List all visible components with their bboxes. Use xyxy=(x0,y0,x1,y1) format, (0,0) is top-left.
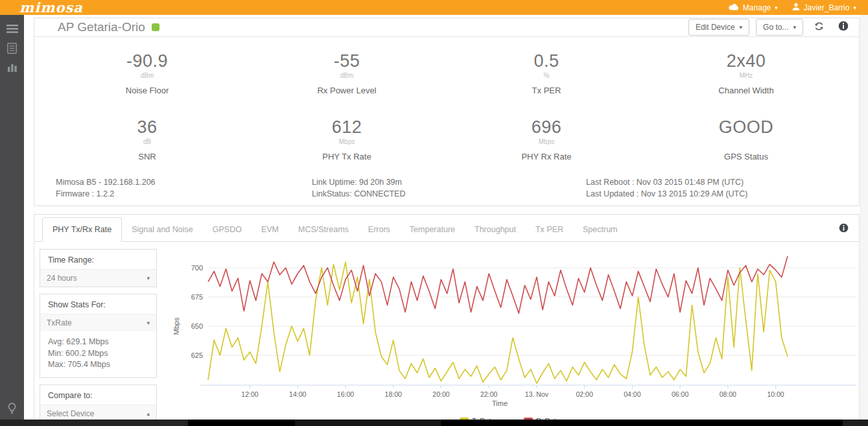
stats-grid: -90.9 dBm Noise Floor -55 dBm Rx Power L… xyxy=(34,37,859,161)
link-uptime: Link Uptime: 9d 20h 39m xyxy=(312,176,586,189)
y-tick-label: 700 xyxy=(191,264,203,272)
y-axis-title: Mbps xyxy=(172,317,180,335)
chart-controls: Time Range: 24 hours ▾ Show Stats For: T… xyxy=(40,249,157,426)
tab-temperature[interactable]: Temperature xyxy=(400,218,465,241)
x-axis-title: Time xyxy=(492,399,508,407)
series-statistics: Avg: 629.1 Mbps Min: 600.2 Mbps Max: 705… xyxy=(40,331,156,377)
chevron-down-icon: ▾ xyxy=(147,275,150,281)
stat-snr: 36 dB SNR xyxy=(47,117,247,161)
manage-dropdown[interactable]: Manage ▾ xyxy=(729,3,778,12)
x-tick-label: 12:00 xyxy=(241,390,258,398)
stat-phy-tx-rate: 612 Mbps PHY Tx Rate xyxy=(247,117,447,161)
user-name: Javier_Barrio xyxy=(804,3,850,12)
user-dropdown[interactable]: Javier_Barrio ▾ xyxy=(792,3,856,12)
chevron-down-icon: ▾ xyxy=(853,5,856,11)
min-stat: Min: 600.2 Mbps xyxy=(48,348,148,360)
rxrate-line xyxy=(208,256,788,313)
refresh-button[interactable] xyxy=(810,19,828,36)
tab-tx-per[interactable]: Tx PER xyxy=(526,218,573,241)
manage-label: Manage xyxy=(743,3,771,12)
x-tick-label: 14:00 xyxy=(289,390,306,398)
max-stat: Max: 705.4 Mbps xyxy=(48,359,148,371)
x-tick-label: 10:00 xyxy=(767,390,784,398)
phy-rate-chart-svg: 62565067570012:0014:0016:0018:0020:0022:… xyxy=(170,247,860,426)
goto-button[interactable]: Go to... ▾ xyxy=(756,19,803,36)
x-tick-label: 22:00 xyxy=(480,390,497,398)
chart-card: PHY Tx/Rx Rate Signal and Noise GPSDO EV… xyxy=(34,214,860,426)
compare-label: Compare to: xyxy=(40,385,156,405)
report-icon xyxy=(7,43,17,56)
lightbulb-icon xyxy=(8,403,16,417)
tab-gpsdo[interactable]: GPSDO xyxy=(203,218,252,241)
refresh-icon xyxy=(814,21,824,34)
sidebar-item-charts[interactable] xyxy=(0,59,24,78)
bar-chart-icon xyxy=(7,63,18,75)
x-tick-label: 16:00 xyxy=(337,390,354,398)
stat-rx-power: -55 dBm Rx Power Level xyxy=(247,51,447,95)
edit-device-button[interactable]: Edit Device ▾ xyxy=(688,19,749,36)
bottom-taskbar xyxy=(0,420,868,426)
time-range-box: Time Range: 24 hours ▾ xyxy=(40,249,157,287)
sidebar-item-help[interactable] xyxy=(0,403,24,417)
x-tick-label: 04:00 xyxy=(624,390,640,398)
stat-tx-per: 0.5 % Tx PER xyxy=(447,51,646,95)
mimosa-logo[interactable]: mimosa xyxy=(19,1,83,14)
menu-icon xyxy=(6,24,18,36)
tab-errors[interactable]: Errors xyxy=(358,218,400,241)
device-firmware: Firmware : 1.2.2 xyxy=(56,188,312,200)
tab-throughput[interactable]: Throughput xyxy=(465,218,526,241)
x-tick-label: 13. Nov xyxy=(525,390,549,398)
y-tick-label: 650 xyxy=(191,322,203,330)
last-updated: Last Updated : Nov 13 2015 10:29 AM (UTC… xyxy=(586,188,747,200)
chevron-up-icon: ▴ xyxy=(147,410,150,417)
status-indicator xyxy=(152,23,159,31)
time-range-select[interactable]: 24 hours ▾ xyxy=(40,269,156,287)
chevron-down-icon: ▾ xyxy=(793,24,796,30)
show-stats-box: Show Stats For: TxRate ▾ Avg: 629.1 Mbps… xyxy=(40,294,157,378)
device-model-ip: Mimosa B5 - 192.168.1.206 xyxy=(56,176,312,189)
tab-mcs-streams[interactable]: MCS/Streams xyxy=(288,218,358,241)
avg-stat: Avg: 629.1 Mbps xyxy=(48,337,148,348)
x-tick-label: 18:00 xyxy=(385,390,402,398)
stat-gps-status: GOOD GPS Status xyxy=(646,117,846,161)
device-summary-card: AP Getaria-Orio Edit Device ▾ Go to... ▾ xyxy=(34,18,860,206)
link-status: LinkStatus: CONNECTED xyxy=(312,188,586,200)
txrate-line xyxy=(208,262,788,383)
user-icon xyxy=(792,3,800,12)
tab-phy-tx-rx-rate[interactable]: PHY Tx/Rx Rate xyxy=(42,217,122,242)
tab-spectrum[interactable]: Spectrum xyxy=(573,218,628,241)
left-sidebar xyxy=(0,15,24,426)
chevron-down-icon: ▾ xyxy=(740,24,743,30)
time-range-label: Time Range: xyxy=(40,250,156,269)
chart-info-button[interactable] xyxy=(839,223,849,235)
chevron-down-icon: ▾ xyxy=(775,5,778,11)
menu-toggle[interactable] xyxy=(0,20,24,40)
stats-series-select[interactable]: TxRate ▾ xyxy=(40,314,156,331)
top-nav-bar: mimosa Manage ▾ Javier_Barrio ▾ xyxy=(0,0,868,15)
info-icon xyxy=(838,21,849,34)
x-tick-label: 06:00 xyxy=(672,390,688,398)
device-footer: Mimosa B5 - 192.168.1.206 Firmware : 1.2… xyxy=(56,176,852,201)
x-tick-label: 08:00 xyxy=(720,390,736,398)
show-stats-label: Show Stats For: xyxy=(40,294,156,314)
cloud-icon xyxy=(729,3,739,12)
tab-bar: PHY Tx/Rx Rate Signal and Noise GPSDO EV… xyxy=(34,215,859,242)
scrollbar[interactable] xyxy=(860,15,868,420)
page-title: AP Getaria-Orio xyxy=(58,20,145,34)
x-tick-label: 20:00 xyxy=(432,390,449,398)
tab-evm[interactable]: EVM xyxy=(252,218,288,241)
info-button[interactable] xyxy=(834,19,852,36)
sidebar-item-reports[interactable] xyxy=(0,40,24,59)
tab-signal-and-noise[interactable]: Signal and Noise xyxy=(122,218,203,241)
x-tick-label: 02:00 xyxy=(576,390,592,398)
y-tick-label: 675 xyxy=(191,293,203,301)
info-icon xyxy=(839,224,849,235)
device-header: AP Getaria-Orio Edit Device ▾ Go to... ▾ xyxy=(34,18,859,37)
stat-channel-width: 2x40 MHz Channel Width xyxy=(646,51,846,95)
stat-phy-rx-rate: 696 Mbps PHY Rx Rate xyxy=(447,117,646,161)
last-reboot: Last Reboot : Nov 03 2015 01:48 PM (UTC) xyxy=(586,176,747,189)
stat-noise-floor: -90.9 dBm Noise Floor xyxy=(47,51,247,95)
y-tick-label: 625 xyxy=(191,351,203,359)
chevron-down-icon: ▾ xyxy=(147,320,150,326)
phy-rate-chart: 62565067570012:0014:0016:0018:0020:0022:… xyxy=(170,247,860,426)
